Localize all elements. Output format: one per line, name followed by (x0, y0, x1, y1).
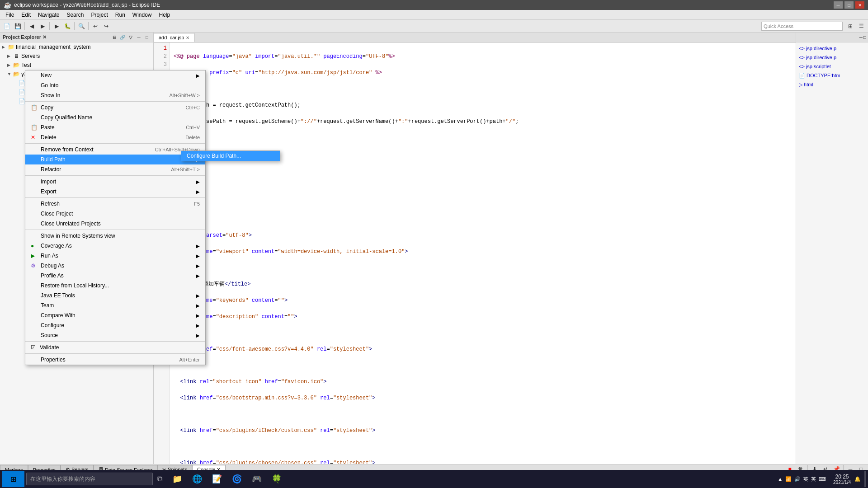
taskbar-search[interactable]: 在这里输入你要搜索的内容 (26, 473, 153, 485)
code-line-2: <%@ taglib prefix="c" uri="http://java.s… (174, 69, 792, 77)
ctx-team-arrow: ▶ (196, 303, 200, 308)
ctx-compare-with[interactable]: Compare With▶ (25, 310, 205, 320)
tree-item-servers[interactable]: ▶ 🖥 Servers (0, 52, 153, 61)
tree-item-financial[interactable]: ▶ 📁 financial_management_system (0, 42, 153, 52)
ctx-close-unrelated[interactable]: Close Unrelated Projects (25, 219, 205, 229)
toolbar-btn-undo[interactable]: ↩ (90, 21, 100, 31)
ctx-source[interactable]: Source▶ (25, 330, 205, 340)
toolbar-btn-save[interactable]: 💾 (13, 21, 23, 31)
ctx-show-remote[interactable]: Show in Remote Systems view (25, 231, 205, 241)
taskbar-up-icon[interactable]: ▲ (778, 476, 783, 482)
close-button[interactable]: ✕ (855, 1, 864, 9)
tab-add-car[interactable]: add_car.jsp ✕ (154, 33, 194, 42)
context-menu[interactable]: New▶ Go Into Show InAlt+Shift+W > 📋CopyC… (25, 70, 206, 365)
submenu-build-path[interactable]: Configure Build Path... (181, 150, 280, 161)
ctx-paste[interactable]: 📋PasteCtrl+V (25, 122, 205, 132)
taskbar-game[interactable]: 🎮 (248, 471, 266, 487)
taskbar-edge[interactable]: 🌀 (228, 471, 246, 487)
quick-access-box[interactable]: Quick Access (761, 22, 843, 31)
right-panel-item-2[interactable]: <> jsp:directive.p (798, 53, 866, 61)
right-panel-item-4[interactable]: 📄 DOCTYPE:htm (798, 71, 866, 80)
ctx-profile-as[interactable]: Profile As▶ (25, 271, 205, 281)
menu-file[interactable]: File (2, 11, 18, 19)
maximize-panel-icon[interactable]: □ (143, 34, 151, 41)
ctx-close-project[interactable]: Close Project (25, 209, 205, 219)
toolbar-btn-new[interactable]: 📄 (2, 21, 12, 31)
ctx-run-as[interactable]: ▶Run As▶ (25, 251, 205, 261)
tab-close-icon[interactable]: ✕ (186, 35, 189, 40)
collapse-all-icon[interactable]: ⊟ (111, 34, 118, 41)
code-area[interactable]: <%@ page language="java" import="java.ut… (170, 42, 796, 464)
menu-edit[interactable]: Edit (18, 11, 34, 19)
ctx-build-path[interactable]: Build Path▶ (25, 155, 205, 164)
editor-area: add_car.jsp ✕ 1 2 3 4 5 6 7 8 9 10 11 12… (154, 33, 796, 464)
right-panel-item-3[interactable]: <> jsp:scriptlet (798, 62, 866, 70)
ctx-show-in[interactable]: Show InAlt+Shift+W > (25, 90, 205, 100)
ctx-remove-context[interactable]: Remove from ContextCtrl+Alt+Shift+Down (25, 145, 205, 155)
ctx-java-ee-tools[interactable]: Java EE Tools▶ (25, 291, 205, 300)
right-item-label-5: ▷ html (799, 82, 813, 88)
ctx-debug-as[interactable]: ⚙Debug As▶ (25, 261, 205, 271)
tab-label: add_car.jsp (159, 35, 184, 40)
taskbar-notif[interactable]: 🔔 (854, 476, 861, 482)
ctx-refactor[interactable]: RefactorAlt+Shift+T > (25, 164, 205, 174)
ctx-go-into[interactable]: Go Into (25, 80, 205, 90)
right-panel-item-1[interactable]: <> jsp:directive.p (798, 44, 866, 52)
toolbar-btn-perspective[interactable]: ⊞ (845, 21, 855, 31)
maximize-button[interactable]: □ (844, 1, 854, 9)
start-button[interactable]: ⊞ (2, 471, 24, 487)
ctx-copy-qualified[interactable]: Copy Qualified Name (25, 113, 205, 122)
ctx-properties[interactable]: PropertiesAlt+Enter (25, 355, 205, 365)
menu-search[interactable]: Search (63, 11, 87, 19)
title-bar-controls: ─ □ ✕ (834, 1, 864, 9)
ctx-restore-history[interactable]: Restore from Local History... (25, 281, 205, 291)
tree-item-test[interactable]: ▶ 📂 Test (0, 61, 153, 70)
menu-navigate[interactable]: Navigate (34, 11, 63, 19)
right-panel-item-5[interactable]: ▷ html (798, 80, 866, 89)
taskview-btn[interactable]: ⧉ (155, 474, 165, 484)
code-line-18 (174, 329, 792, 337)
taskbar-date: 2021/1/4 (833, 480, 851, 485)
ctx-refresh[interactable]: RefreshF5 (25, 199, 205, 209)
link-icon[interactable]: 🔗 (119, 34, 126, 41)
ctx-configure[interactable]: Configure▶ (25, 320, 205, 330)
ctx-delete[interactable]: ✕DeleteDelete (25, 132, 205, 142)
menu-window[interactable]: Window (129, 11, 156, 19)
toolbar-btn-run[interactable]: ▶ (52, 21, 61, 31)
menu-help[interactable]: Help (156, 11, 174, 19)
right-panel-max[interactable]: □ (863, 35, 866, 40)
ctx-coverage-as[interactable]: ●Coverage As▶ (25, 241, 205, 251)
right-item-label-3: <> jsp:scriptlet (799, 64, 831, 69)
taskbar-sys: ▲ 📶 🔊 英 英 ⌨ (774, 476, 830, 483)
toolbar-btn-back[interactable]: ◀ (27, 21, 37, 31)
toolbar-btn-debug[interactable]: 🐛 (62, 21, 72, 31)
ctx-new[interactable]: New▶ (25, 70, 205, 80)
taskbar-browser[interactable]: 🌐 (188, 471, 206, 487)
code-line-4: String path = request.getContextPath(); (174, 101, 792, 109)
toolbar-btn-views[interactable]: ☰ (856, 21, 866, 31)
ctx-coverage-arrow: ▶ (196, 244, 200, 249)
ctx-team[interactable]: Team▶ (25, 300, 205, 310)
toolbar-separator-1 (24, 22, 25, 30)
toolbar-btn-forward[interactable]: ▶ (38, 21, 47, 31)
ctx-copy[interactable]: 📋CopyCtrl+C (25, 103, 205, 113)
right-panel-min[interactable]: ─ (859, 35, 863, 40)
right-item-label-4: 📄 DOCTYPE:htm (799, 73, 840, 79)
taskbar-extra[interactable]: 🍀 (268, 471, 286, 487)
ctx-sep-2 (25, 143, 205, 144)
view-menu-icon[interactable]: ▽ (127, 34, 134, 41)
taskbar-explorer[interactable]: 📁 (168, 471, 186, 487)
menu-project[interactable]: Project (87, 11, 111, 19)
toolbar-btn-redo[interactable]: ↪ (101, 21, 111, 31)
right-item-label-2: <> jsp:directive.p (799, 55, 836, 60)
ctx-validate[interactable]: ☑Validate (25, 343, 205, 352)
submenu-configure-build-path[interactable]: Configure Build Path... (181, 151, 280, 161)
ctx-export[interactable]: Export▶ (25, 187, 205, 197)
minimize-button[interactable]: ─ (834, 1, 843, 9)
menu-run[interactable]: Run (112, 11, 129, 19)
minimize-panel-icon[interactable]: ─ (135, 34, 142, 41)
toolbar-btn-search[interactable]: 🔍 (76, 21, 86, 31)
ctx-import[interactable]: Import▶ (25, 177, 205, 187)
taskbar-word[interactable]: 📝 (208, 471, 226, 487)
taskbar-show-desktop[interactable] (864, 471, 866, 487)
